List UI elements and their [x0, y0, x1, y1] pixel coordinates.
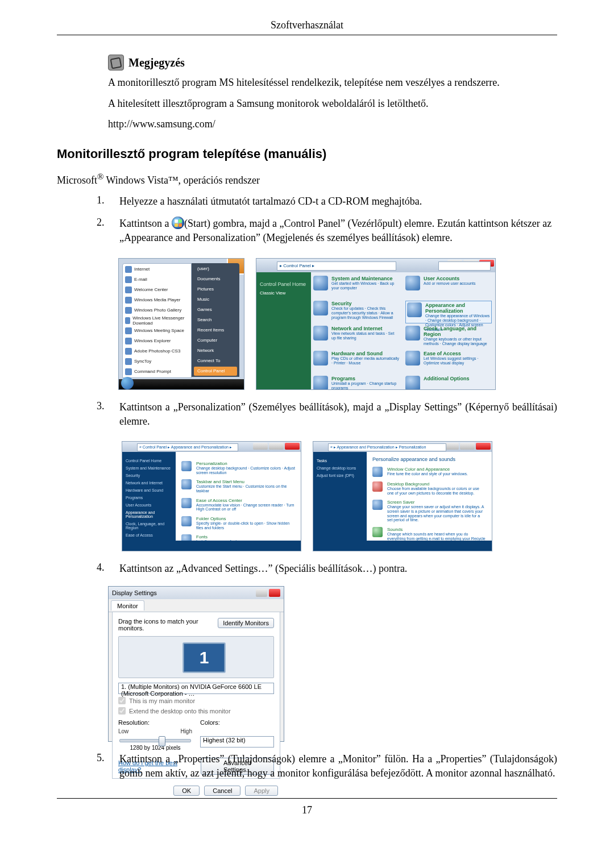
- taskbar: [119, 379, 244, 389]
- start-item: Windows Explorer: [125, 337, 189, 346]
- start-right-item: Music: [194, 295, 237, 304]
- start-right-item: Network: [194, 346, 237, 355]
- pers-item: Screen SaverChange your screen saver or …: [372, 500, 486, 522]
- cp-category: System and MaintenanceGet started with W…: [313, 276, 400, 298]
- screenshot-row-1: InternetE-mailWelcome CenterWindows Medi…: [57, 258, 557, 390]
- screenshot-row-2: « Control Panel ▸ Appearance and Persona…: [57, 441, 557, 551]
- cp-category: User AccountsAdd or remove user accounts: [405, 276, 492, 298]
- ap-item: Taskbar and Start MenuCustomize the Star…: [181, 479, 295, 493]
- ap-item: Folder OptionsSpecify single- or double-…: [181, 516, 295, 530]
- start-right-item: Control Panel: [194, 367, 237, 376]
- steps-list-3: 4. Kattintson az „Advanced Settings…” (S…: [97, 562, 557, 576]
- resolution-slider[interactable]: [119, 739, 191, 742]
- ap-nav-item: System and Maintenance: [126, 466, 172, 470]
- ap-nav-item: Network and Internet: [126, 481, 172, 485]
- cp-category: Network and InternetView network status …: [313, 326, 400, 348]
- tab-monitor[interactable]: Monitor: [111, 600, 144, 610]
- screenshot-display-settings: Display Settings Monitor Identify Monito…: [108, 586, 284, 742]
- address-bar: « Control Panel ▸ Appearance and Persona…: [137, 443, 238, 451]
- start-item: Windows Live Messenger Download: [125, 316, 189, 325]
- step-1-body: Helyezze a használati útmutatót tartalma…: [119, 194, 557, 209]
- start-item: SyncToy: [125, 357, 189, 366]
- start-item: Windows Meeting Space: [125, 326, 189, 335]
- note-heading: Megjegyzés: [128, 56, 185, 69]
- address-bar: « ▸ Appearance and Personalization ▸ Per…: [328, 443, 446, 451]
- steps-list: 1. Helyezze a használati útmutatót tarta…: [97, 194, 557, 246]
- ap-nav: Control Panel HomeSystem and Maintenance…: [122, 452, 176, 541]
- pers-nav-item: Tasks: [317, 459, 363, 463]
- pers-nav-item: Change desktop icons: [317, 466, 363, 470]
- screenshot-appearance-panel: « Control Panel ▸ Appearance and Persona…: [122, 441, 301, 551]
- pers-nav-item: Adjust font size (DPI): [317, 474, 363, 477]
- cp-category: Hardware and SoundPlay CDs or other medi…: [313, 351, 400, 373]
- start-right-item: Documents: [194, 275, 237, 284]
- pers-nav: TasksChange desktop iconsAdjust font siz…: [313, 452, 367, 541]
- steps-list-4: 5. Kattintson a „Properties” (Tulajdonsá…: [97, 752, 557, 780]
- ok-button[interactable]: OK: [173, 786, 200, 796]
- res-high: High: [180, 728, 192, 734]
- note-block: Megjegyzés A monitorillesztő program MS …: [108, 55, 557, 131]
- ap-nav-item: Ease of Access: [126, 533, 172, 537]
- cp-category: Ease of AccessLet Windows suggest settin…: [405, 351, 492, 373]
- cp-taskpane: Control Panel Home Classic View: [256, 272, 311, 389]
- main-monitor-label: This is my main monitor: [129, 697, 195, 704]
- screenshot-control-panel: ▸ Control Panel ▸ Control Panel Home Cla…: [256, 258, 496, 390]
- ap-nav-item: Security: [126, 474, 172, 477]
- step-5-num: 5.: [97, 752, 108, 780]
- cp-category: ProgramsUninstall a program · Change sta…: [313, 376, 400, 390]
- step-3-body: Kattintson a „Personalization” (Személye…: [119, 400, 557, 429]
- start-item: Welcome Center: [125, 285, 189, 294]
- ap-item: Ease of Access CenterAccommodate low vis…: [181, 498, 295, 512]
- step-2-body: Kattintson a (Start) gombra, majd a „Con…: [119, 217, 557, 245]
- apply-button: Apply: [245, 786, 278, 796]
- close-icon: [285, 443, 300, 450]
- start-item: Windows Photo Gallery: [125, 306, 189, 315]
- adapter-select[interactable]: 1. (Multiple Monitors) on NVIDIA GeForce…: [118, 683, 274, 694]
- ap-nav-item: Clock, Language, and Region: [126, 522, 172, 530]
- start-right-item: Computer: [194, 336, 237, 345]
- start-right-item: Games: [194, 305, 237, 314]
- note-icon: [108, 55, 124, 70]
- start-right-item: (user): [194, 264, 237, 273]
- top-rule: [57, 35, 557, 35]
- os-line: Microsoft® Windows Vista™, operációs ren…: [57, 172, 557, 187]
- os-prefix: Microsoft: [57, 175, 97, 186]
- steps-list-2: 3. Kattintson a „Personalization” (Szemé…: [97, 400, 557, 429]
- start-left-pane: InternetE-mailWelcome CenterWindows Medi…: [122, 263, 192, 378]
- cp-category-grid: System and MaintenanceGet started with W…: [313, 276, 492, 386]
- start-item: Command Prompt: [125, 367, 189, 376]
- ap-main: PersonalizationChange desktop background…: [176, 452, 301, 541]
- main-monitor-checkbox: [118, 697, 126, 704]
- start-right-item: Search: [194, 315, 237, 325]
- os-suffix: Windows Vista™, operációs rendszer: [103, 175, 260, 186]
- close-icon: [476, 443, 491, 450]
- cp-home-link: Control Panel Home: [260, 281, 308, 287]
- ap-nav-item: Programs: [126, 496, 172, 500]
- help-icon: [256, 589, 267, 597]
- start-right-item: Connect To: [194, 356, 237, 366]
- note-p1: A monitorillesztő program MS hitelesítés…: [108, 76, 557, 89]
- ap-nav-item: Control Panel Home: [126, 459, 172, 463]
- running-head: Szoftverhasználat: [57, 19, 557, 31]
- cancel-button[interactable]: Cancel: [204, 786, 240, 796]
- monitor-well[interactable]: 1: [118, 636, 274, 678]
- start-right-item: Pictures: [194, 285, 237, 294]
- ap-nav-item: Hardware and Sound: [126, 488, 172, 492]
- res-low: Low: [118, 728, 128, 734]
- identify-monitors-button[interactable]: Identify Monitors: [218, 618, 274, 628]
- address-bar: ▸ Control Panel ▸: [277, 261, 396, 271]
- step-2-num: 2.: [97, 217, 108, 245]
- search-box: [438, 261, 491, 271]
- start-item: Windows Media Player: [125, 296, 189, 305]
- start-right-pane: (user)DocumentsPicturesMusicGamesSearchR…: [192, 263, 239, 377]
- monitor-1-icon[interactable]: 1: [182, 642, 226, 673]
- ap-nav-item: Appearance and Personalization: [126, 510, 172, 518]
- cp-category: Additional Options: [405, 376, 492, 390]
- cp-category: SecurityCheck for updates · Check this c…: [313, 301, 400, 323]
- note-url: http://www.samsung.com/: [108, 118, 557, 131]
- start-orb-icon: [172, 217, 184, 229]
- start-item: Internet: [125, 265, 189, 274]
- close-icon: [269, 589, 280, 597]
- bottom-rule: [57, 798, 557, 799]
- colors-select[interactable]: Highest (32 bit): [200, 736, 274, 747]
